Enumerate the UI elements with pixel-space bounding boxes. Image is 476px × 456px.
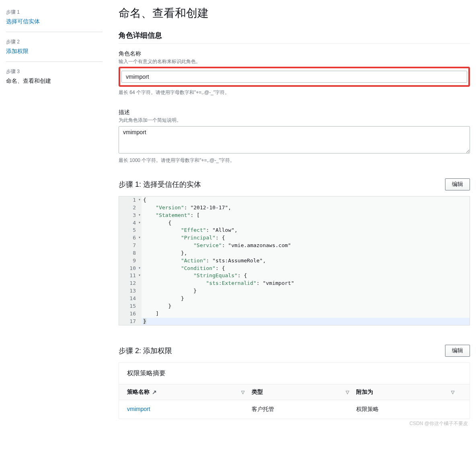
- sort-icon[interactable]: ▽: [346, 390, 356, 395]
- step-label[interactable]: 选择可信实体: [6, 18, 111, 25]
- role-name-help: 最长 64 个字符。请使用字母数字和"+=,.@-_"字符。: [119, 89, 470, 96]
- external-link-icon: ↗: [152, 389, 157, 395]
- column-label: 附加为: [356, 389, 373, 396]
- column-type[interactable]: 类型 ▽: [252, 389, 356, 396]
- wizard-step-3: 步骤 3 命名、查看和创建: [6, 65, 111, 90]
- step-number: 步骤 2: [6, 39, 111, 45]
- wizard-step-2[interactable]: 步骤 2 添加权限: [6, 35, 111, 61]
- column-attached-as[interactable]: 附加为 ▽: [356, 389, 462, 396]
- divider: [6, 61, 103, 62]
- description-hint: 为此角色添加一个简短说明。: [119, 117, 470, 124]
- wizard-steps: 步骤 1 选择可信实体 步骤 2 添加权限 步骤 3 命名、查看和创建: [6, 6, 119, 456]
- role-name-label: 角色名称: [119, 50, 470, 57]
- page-title: 命名、查看和创建: [119, 6, 470, 21]
- description-input[interactable]: [119, 126, 470, 153]
- role-details-heading: 角色详细信息: [119, 31, 470, 40]
- policy-attached-as: 权限策略: [356, 406, 462, 413]
- step1-title: 步骤 1: 选择受信任的实体: [119, 180, 201, 189]
- step-number: 步骤 1: [6, 9, 111, 16]
- watermark: CSDN @你这个橘子不要皮: [409, 420, 468, 427]
- step2-title: 步骤 2: 添加权限: [119, 346, 172, 356]
- role-name-highlight: [119, 67, 470, 87]
- column-label: 类型: [252, 389, 263, 396]
- step-label[interactable]: 添加权限: [6, 48, 111, 55]
- description-label: 描述: [119, 109, 470, 116]
- table-row: vmimport 客户托管 权限策略: [119, 400, 470, 419]
- sort-icon[interactable]: ▽: [451, 390, 462, 395]
- trust-policy-editor[interactable]: 1▾{2 "Version": "2012-10-17",3▾ "Stateme…: [119, 196, 470, 325]
- role-name-hint: 输入一个有意义的名称来标识此角色。: [119, 58, 470, 65]
- column-label: 策略名称: [127, 389, 150, 396]
- permissions-panel: 权限策略摘要 策略名称 ↗ ▽ 类型 ▽ 附加为 ▽ vmimport 客户托: [119, 362, 470, 419]
- edit-step1-button[interactable]: 编辑: [445, 178, 470, 190]
- description-help: 最长 1000 个字符。请使用字母数字和"+=,.@-_"字符。: [119, 157, 470, 164]
- wizard-step-1[interactable]: 步骤 1 选择可信实体: [6, 6, 111, 31]
- step-number: 步骤 3: [6, 68, 111, 75]
- sort-icon[interactable]: ▽: [241, 390, 252, 395]
- permissions-table-header: 策略名称 ↗ ▽ 类型 ▽ 附加为 ▽: [119, 384, 470, 400]
- divider: [119, 43, 470, 44]
- step-label: 命名、查看和创建: [6, 78, 111, 85]
- main-content: 命名、查看和创建 角色详细信息 角色名称 输入一个有意义的名称来标识此角色。 最…: [119, 6, 470, 456]
- divider: [6, 32, 103, 32]
- permissions-panel-title: 权限策略摘要: [119, 363, 470, 384]
- edit-step2-button[interactable]: 编辑: [445, 345, 470, 357]
- role-name-input[interactable]: [121, 71, 467, 83]
- column-policy-name[interactable]: 策略名称 ↗ ▽: [127, 389, 252, 396]
- policy-name-link[interactable]: vmimport: [127, 406, 150, 412]
- policy-type: 客户托管: [252, 406, 356, 413]
